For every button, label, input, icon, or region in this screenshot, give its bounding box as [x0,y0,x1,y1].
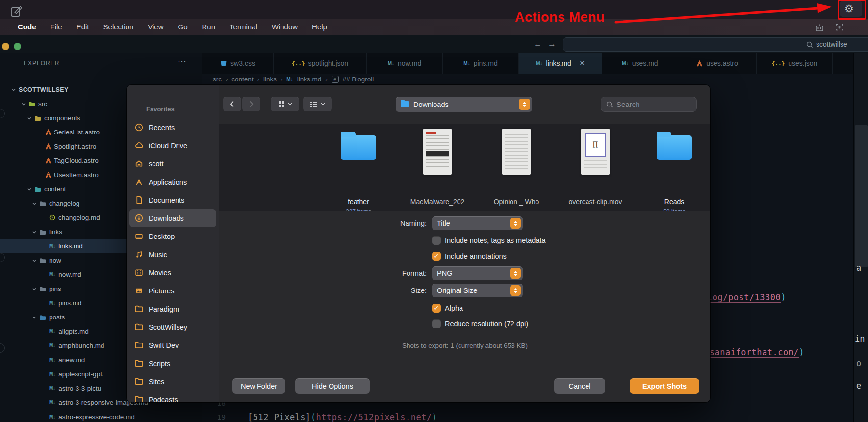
astro-icon [45,129,51,135]
capture-frame-icon[interactable] [835,23,844,32]
file-item-feather[interactable]: feather 227 items [322,124,395,211]
picture-icon [134,286,144,295]
explorer-header: EXPLORER [24,60,59,67]
back-button[interactable] [223,97,241,111]
history-back-forward-icons[interactable]: ←→ [534,39,562,49]
more-actions-icon[interactable]: ⋯ [178,56,186,67]
menu-item-file[interactable]: File [51,23,62,31]
breadcrumb-content[interactable]: content [231,76,253,83]
breadcrumb-links[interactable]: links [263,76,277,83]
traffic-light-minimize[interactable] [2,43,9,50]
menu-item-window[interactable]: Window [272,23,298,31]
markdown-icon: M↓ [49,300,55,306]
forward-button-disabled[interactable] [242,97,260,111]
breadcrumb-file[interactable]: links.md [297,76,322,83]
file-item-overcast-clip[interactable]: ∏ overcast-clip.mov [559,124,632,211]
annotation-toolbar-strip [0,0,868,19]
naming-dropdown[interactable]: Title [432,216,523,230]
size-dropdown[interactable]: Original Size [432,284,523,297]
file-item-reads[interactable]: Reads 50 items [638,124,710,211]
markdown-icon: M↓ [49,243,55,249]
cancel-button[interactable]: Cancel [554,378,605,394]
favorite-recents[interactable]: Recents [129,118,216,136]
tab-pins-md[interactable]: M↓ pins.md [443,53,519,74]
tab-sw3-css[interactable]: sw3.css [202,53,274,74]
group-view-button[interactable] [303,97,332,111]
annotation-highlight-box [838,0,866,20]
menu-item-help[interactable]: Help [312,23,327,31]
scrollbar-thumb[interactable] [855,125,868,267]
folder-icon [657,135,692,160]
menu-item-run[interactable]: Run [202,23,216,31]
alpha-checkbox-checked[interactable]: ✓ [432,304,441,313]
favorite-documents[interactable]: Documents [129,191,216,209]
new-folder-button[interactable]: New Folder [232,378,285,394]
file-item-opinion[interactable]: Opinion _ Who [480,124,553,211]
location-popup-button[interactable]: Downloads [396,97,532,112]
favorite-swift-dev[interactable]: Swift Dev [129,336,216,354]
favorite-sites[interactable]: Sites [129,372,216,391]
edit-pencil-icon[interactable] [10,3,24,18]
chevron-right-icon: › [257,76,259,83]
stepper-icon [510,268,521,279]
favorite-music[interactable]: Music [129,245,216,264]
desktop-icon [134,232,144,241]
size-label: Size: [353,284,427,297]
stepper-icon [510,285,521,296]
tab-spotlight-json[interactable]: {..} spotlight.json [274,53,367,74]
export-shots-button[interactable]: Export Shots [630,378,699,394]
reduce-resolution-checkbox-unchecked[interactable] [432,319,441,328]
dialog-search-field[interactable]: Search [601,97,697,112]
menu-item-go[interactable]: Go [178,23,188,31]
film-icon [134,268,144,277]
tab-uses-json[interactable]: {..} uses.json [757,53,833,74]
favorite-applications[interactable]: Applications [129,173,216,191]
folder-icon [134,341,144,350]
folder-icon [134,304,144,314]
astro-icon [45,158,51,164]
menu-item-selection[interactable]: Selection [103,23,134,31]
alpha-checkbox-label: Alpha [445,304,463,313]
favorite-pictures[interactable]: Pictures [129,282,216,300]
json-icon: {..} [772,60,785,67]
metadata-checkbox-unchecked[interactable] [432,236,441,245]
annotations-checkbox-checked[interactable]: ✓ [432,252,441,261]
chevron-right-icon: › [281,76,282,83]
favorite-paradigm[interactable]: Paradigm [129,300,216,318]
folder-icon [39,201,46,207]
tab-uses-md[interactable]: M↓ uses.md [602,53,678,74]
menu-item-terminal[interactable]: Terminal [230,23,257,31]
favorite-desktop[interactable]: Desktop [129,227,216,245]
breadcrumb-src[interactable]: src [213,76,222,83]
favorite-movies[interactable]: Movies [129,264,216,282]
menu-item-edit[interactable]: Edit [77,23,89,31]
favorite-downloads-selected[interactable]: Downloads [129,209,216,227]
menu-item-view[interactable]: View [148,23,163,31]
folder-icon [341,135,376,160]
file-item-macmalware[interactable]: MacMalware_202 [401,124,474,211]
breadcrumb: src › content › links › M↓ links.md › # … [213,76,374,83]
css-icon [220,60,227,67]
traffic-light-zoom[interactable] [14,43,21,50]
hide-options-button[interactable]: Hide Options [295,378,370,394]
breadcrumb-symbol[interactable]: ## Blogroll [343,76,374,83]
favorite-icloud[interactable]: iCloud Drive [129,136,216,155]
tree-item-file[interactable]: M↓ astro-expressive-code.md [0,410,202,422]
robot-menubar-icon[interactable] [814,23,825,32]
tab-now-md[interactable]: M↓ now.md [367,53,443,74]
close-icon[interactable]: × [580,58,585,68]
favorite-scottwillsey[interactable]: ScottWillsey [129,318,216,336]
format-dropdown[interactable]: PNG [432,266,523,280]
download-icon [134,213,144,223]
secondary-editor-strip[interactable]: a in o e [853,53,868,422]
document-icon [134,195,144,205]
finder-favorites-sidebar: Favorites Recents iCloud Drive scott [127,85,219,402]
markdown-icon: M↓ [49,386,55,391]
favorite-home[interactable]: scott [129,155,216,173]
favorite-scripts[interactable]: Scripts [129,354,216,372]
menu-item-code[interactable]: Code [18,23,36,31]
tab-links-md[interactable]: M↓ links.md × [519,53,602,74]
tab-uses-astro[interactable]: uses.astro [678,53,757,74]
favorite-podcasts[interactable]: Podcasts [129,391,216,402]
icon-view-button[interactable] [271,97,299,111]
